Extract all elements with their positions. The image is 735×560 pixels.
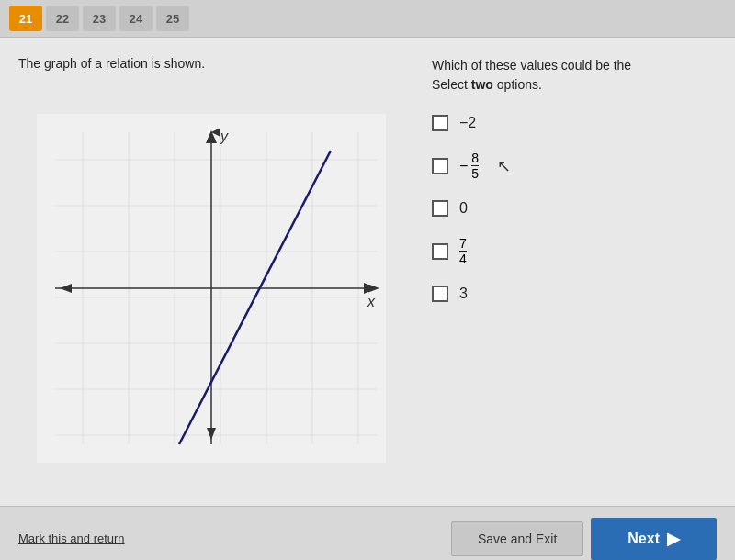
svg-text:x: x (367, 294, 376, 309)
option-negative-two[interactable]: −2 (432, 115, 717, 131)
option-label-zero: 0 (459, 200, 468, 217)
option-label-negative-eight-fifths: − 8 5 (459, 151, 479, 180)
nav-item-22[interactable]: 22 (46, 6, 79, 31)
cursor-arrow-icon: ↖ (497, 156, 511, 176)
checkbox-three[interactable] (432, 286, 448, 302)
bottom-bar: Mark this and return Save and Exit Next … (0, 506, 735, 560)
next-button[interactable]: Next ▶ (591, 518, 717, 560)
option-negative-eight-fifths[interactable]: − 8 5 ↖ (432, 151, 717, 180)
checkbox-zero[interactable] (432, 200, 448, 217)
option-three[interactable]: 3 (432, 286, 717, 302)
option-seven-fourths[interactable]: 7 4 (432, 237, 717, 265)
checkbox-seven-fourths[interactable] (432, 243, 448, 260)
mark-return-link[interactable]: Mark this and return (18, 532, 125, 545)
nav-item-24[interactable]: 24 (119, 6, 153, 31)
nav-item-21[interactable]: 21 (9, 6, 42, 31)
main-content: The graph of a relation is shown. (0, 38, 735, 506)
option-label-seven-fourths: 7 4 (459, 237, 467, 265)
fraction-seven-fourths: 7 4 (459, 237, 467, 265)
top-navigation: 21 22 23 24 25 (0, 0, 735, 38)
options-list: −2 − 8 5 ↖ 0 (432, 115, 717, 302)
option-zero[interactable]: 0 (432, 200, 717, 217)
question-text-left: The graph of a relation is shown. (18, 56, 404, 71)
save-exit-button[interactable]: Save and Exit (451, 521, 583, 556)
graph-svg: y x (37, 114, 386, 463)
question-text-right: Which of these values could be the Selec… (432, 56, 717, 95)
checkbox-negative-two[interactable] (432, 115, 448, 131)
svg-text:y: y (220, 129, 229, 144)
bottom-buttons: Save and Exit Next ▶ (451, 518, 717, 560)
checkbox-negative-eight-fifths[interactable] (432, 158, 448, 174)
option-label-three: 3 (459, 286, 468, 302)
graph-area: y x (18, 80, 404, 497)
nav-item-25[interactable]: 25 (156, 6, 189, 31)
nav-item-23[interactable]: 23 (83, 6, 116, 31)
right-panel: Which of these values could be the Selec… (423, 38, 735, 506)
option-label-negative-two: −2 (459, 115, 476, 131)
fraction-eight-fifths: 8 5 (471, 151, 479, 180)
next-arrow-icon: ▶ (667, 529, 680, 549)
left-panel: The graph of a relation is shown. (0, 38, 423, 506)
